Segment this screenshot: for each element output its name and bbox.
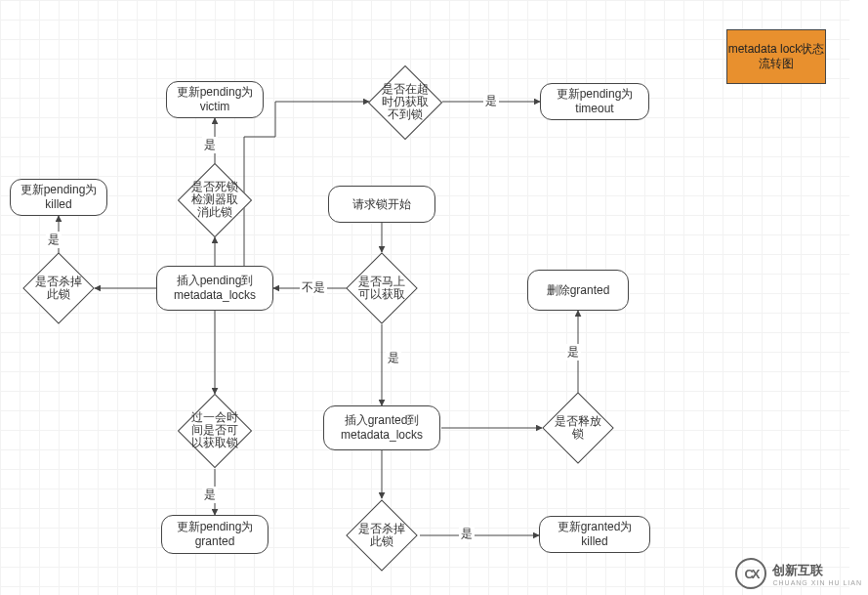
decision-release-text: 是否释放锁 (554, 415, 602, 441)
node-pending-granted: 更新pending为granted (161, 515, 269, 554)
watermark-zh: 创新互联 (772, 562, 862, 579)
diagram-title-text: metadata lock状态流转图 (727, 42, 825, 71)
label-yes-kill-right: 是 (459, 526, 475, 542)
decision-kill-left-text: 是否杀掉此锁 (34, 276, 83, 301)
watermark: CX 创新互联 CHUANG XIN HU LIAN (735, 558, 862, 589)
node-start-text: 请求锁开始 (352, 197, 411, 212)
node-start: 请求锁开始 (328, 186, 435, 223)
decision-deadlock-text: 是否死锁检测器取消此锁 (189, 181, 240, 220)
node-granted-killed: 更新granted为killed (539, 516, 650, 553)
label-yes-kill-left: 是 (46, 232, 62, 248)
decision-kill-right-text: 是否杀掉此锁 (357, 523, 406, 548)
node-pending-killed-text: 更新pending为killed (15, 183, 103, 212)
node-pending-victim-text: 更新pending为victim (171, 85, 259, 114)
label-yes-timeout: 是 (483, 93, 499, 109)
node-pending-victim: 更新pending为victim (166, 81, 264, 118)
label-yes-immediate: 是 (386, 350, 401, 366)
node-insert-pending: 插入pending到metadata_locks (156, 266, 273, 311)
watermark-en: CHUANG XIN HU LIAN (772, 579, 862, 586)
node-insert-granted: 插入granted到metadata_locks (323, 405, 440, 450)
decision-wait-acquire-text: 过一会时间是否可以获取锁 (189, 411, 240, 450)
node-pending-granted-text: 更新pending为granted (166, 520, 264, 549)
label-yes-release: 是 (565, 344, 581, 361)
decision-timeout-text: 是否在超时仍获取不到锁 (380, 83, 431, 122)
node-insert-granted-text: 插入granted到metadata_locks (328, 413, 435, 443)
node-pending-timeout: 更新pending为timeout (540, 83, 649, 120)
node-pending-killed: 更新pending为killed (10, 179, 107, 216)
diagram-canvas: metadata lock状态流转图 请求锁开始 插入pending到metad… (0, 0, 868, 595)
watermark-logo-icon: CX (735, 558, 766, 589)
decision-immediate-text: 是否马上可以获取 (357, 276, 406, 301)
node-delete-granted-text: 删除granted (547, 283, 610, 298)
label-not: 不是 (300, 279, 327, 296)
node-pending-timeout-text: 更新pending为timeout (545, 87, 644, 116)
diagram-title: metadata lock状态流转图 (726, 29, 826, 84)
node-granted-killed-text: 更新granted为killed (544, 520, 645, 549)
label-yes-deadlock: 是 (202, 137, 218, 153)
label-yes-wait: 是 (202, 487, 218, 503)
node-insert-pending-text: 插入pending到metadata_locks (161, 274, 269, 303)
node-delete-granted: 删除granted (527, 270, 629, 311)
